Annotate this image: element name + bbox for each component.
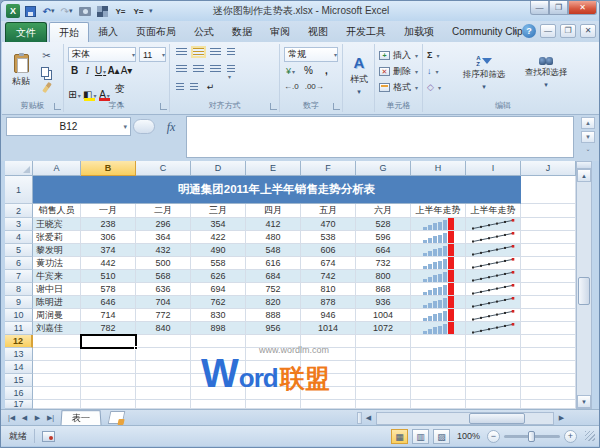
row-header-9[interactable]: 9 (5, 296, 33, 309)
value-cell[interactable]: 306 (81, 231, 136, 244)
insert-cells-button[interactable]: +插入 (379, 47, 418, 63)
sheet-tab-active[interactable]: 表一 (60, 410, 101, 425)
value-cell[interactable]: 956 (246, 322, 301, 335)
formula-expand-icon[interactable]: ⌄ (585, 145, 590, 152)
number-format-select[interactable]: 常规 (284, 47, 338, 62)
align-middle-icon[interactable] (193, 48, 204, 56)
value-cell[interactable]: 868 (356, 283, 411, 296)
sparkline-line-cell[interactable] (466, 309, 521, 322)
empty-cell[interactable] (136, 361, 191, 374)
empty-cell[interactable] (136, 335, 191, 348)
increase-indent-icon[interactable] (190, 83, 198, 91)
scroll-left-icon[interactable]: ◀ (362, 412, 375, 424)
empty-cell[interactable] (466, 335, 521, 348)
empty-cell[interactable] (521, 244, 576, 257)
sparkline-column-cell[interactable] (411, 296, 466, 309)
zoom-in-icon[interactable]: + (564, 430, 577, 443)
maximize-button[interactable]: ❐ (549, 1, 568, 15)
sparkline-column-cell[interactable] (411, 244, 466, 257)
header-cell[interactable]: 四月 (246, 204, 301, 218)
decrease-decimal-icon[interactable]: .00→ (305, 82, 324, 91)
name-cell[interactable]: 陈明进 (33, 296, 81, 309)
row-header-6[interactable]: 6 (5, 257, 33, 270)
zoom-slider-track[interactable] (504, 435, 560, 438)
orientation-icon[interactable] (227, 48, 235, 56)
value-cell[interactable]: 354 (191, 218, 246, 231)
sparkline-line-cell[interactable] (466, 218, 521, 231)
empty-cell[interactable] (521, 335, 576, 348)
value-cell[interactable]: 936 (356, 296, 411, 309)
sparkline-column-cell[interactable] (411, 257, 466, 270)
vertical-scroll-thumb[interactable] (578, 277, 590, 305)
column-header-B[interactable]: B (81, 161, 136, 176)
merged-title-cell[interactable]: 明通集团2011年上半年销售走势分析表 (33, 176, 521, 204)
ribbon-tab[interactable]: 开发工具 (337, 22, 395, 42)
clear-icon[interactable]: ◇ (427, 79, 441, 95)
row-header-16[interactable]: 16 (5, 387, 33, 400)
empty-cell[interactable] (466, 348, 521, 361)
fill-handle[interactable] (134, 346, 138, 350)
header-cell[interactable]: 二月 (136, 204, 191, 218)
styles-button[interactable]: A 样式 ▾ (344, 49, 374, 101)
sparkline-line-cell[interactable] (466, 231, 521, 244)
accounting-format-icon[interactable]: ¥ (284, 66, 297, 76)
value-cell[interactable]: 238 (81, 218, 136, 231)
row-header-5[interactable]: 5 (5, 244, 33, 257)
align-top-icon[interactable] (176, 48, 187, 56)
ribbon-tab[interactable]: 数据 (223, 22, 261, 42)
value-cell[interactable]: 1072 (356, 322, 411, 335)
empty-cell[interactable] (521, 361, 576, 374)
cell-J2[interactable] (521, 204, 576, 218)
formula-scroll-down-icon[interactable]: ▼ (581, 131, 595, 143)
empty-cell[interactable] (33, 361, 81, 374)
scroll-up-icon[interactable]: ▲ (577, 169, 591, 182)
empty-cell[interactable] (356, 400, 411, 409)
workbook-restore-icon[interactable]: ❐ (560, 24, 576, 38)
value-cell[interactable]: 664 (356, 244, 411, 257)
sort-filter-button[interactable]: AZ 排序和筛选 ▾ (455, 48, 513, 98)
row-header-17[interactable]: 17 (5, 400, 33, 409)
column-header-G[interactable]: G (356, 161, 411, 176)
ribbon-tab[interactable]: 开始 (49, 22, 89, 42)
format-painter-icon[interactable] (38, 80, 55, 95)
value-cell[interactable]: 528 (356, 218, 411, 231)
value-cell[interactable]: 538 (301, 231, 356, 244)
value-cell[interactable]: 704 (136, 296, 191, 309)
name-cell[interactable]: 谢中日 (33, 283, 81, 296)
sparkline-line-cell[interactable] (466, 283, 521, 296)
fill-color-icon[interactable]: ◧ (83, 89, 96, 100)
sparkline-line-cell[interactable] (466, 322, 521, 335)
value-cell[interactable]: 732 (356, 257, 411, 270)
name-cell[interactable]: 黄功法 (33, 257, 81, 270)
empty-cell[interactable] (521, 374, 576, 387)
name-box-dropdown-icon[interactable]: ▾ (123, 123, 127, 131)
help-icon[interactable]: ? (522, 24, 536, 38)
value-cell[interactable]: 432 (136, 244, 191, 257)
sparkline-line-cell[interactable] (466, 257, 521, 270)
value-cell[interactable]: 646 (81, 296, 136, 309)
empty-cell[interactable] (466, 361, 521, 374)
empty-cell[interactable] (136, 400, 191, 409)
value-cell[interactable]: 578 (81, 283, 136, 296)
formula-input[interactable] (186, 116, 574, 158)
align-left-icon[interactable] (176, 65, 187, 73)
row-header-11[interactable]: 11 (5, 322, 33, 335)
value-cell[interactable]: 810 (301, 283, 356, 296)
borders-icon[interactable]: ⊞ (68, 89, 81, 100)
underline-button[interactable]: U (94, 65, 107, 76)
workbook-close-icon[interactable]: ✕ (580, 24, 596, 38)
value-cell[interactable]: 568 (136, 270, 191, 283)
column-header-C[interactable]: C (136, 161, 191, 176)
align-bottom-icon[interactable] (210, 48, 221, 56)
autosum-icon[interactable]: Σ (427, 47, 441, 63)
sparkline-column-cell[interactable] (411, 218, 466, 231)
empty-cell[interactable] (136, 348, 191, 361)
value-cell[interactable]: 480 (246, 231, 301, 244)
select-all-corner[interactable] (5, 161, 33, 176)
insert-worksheet-icon[interactable] (108, 411, 126, 424)
cell-J1[interactable] (521, 176, 576, 204)
row-header-13[interactable]: 13 (5, 348, 33, 361)
empty-cell[interactable] (33, 335, 81, 348)
font-name-select[interactable]: 宋体 (68, 47, 136, 62)
value-cell[interactable]: 470 (301, 218, 356, 231)
